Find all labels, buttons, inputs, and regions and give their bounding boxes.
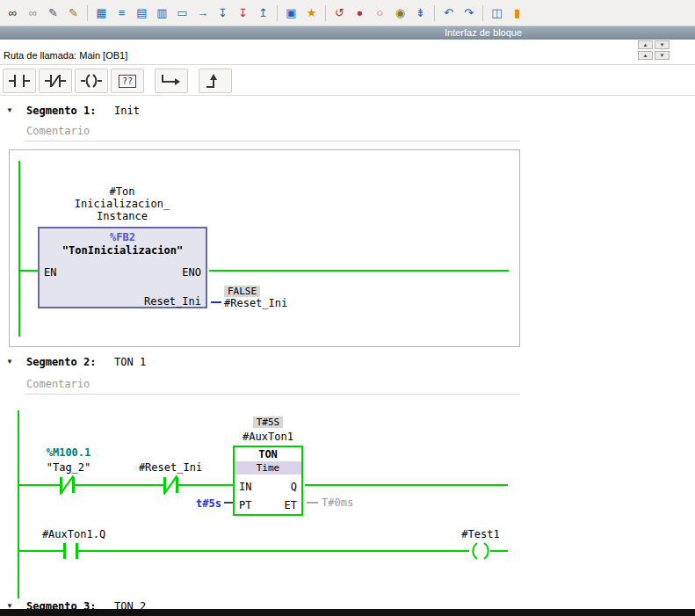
- modify-tag-icon[interactable]: ✎: [44, 4, 62, 22]
- divider: [0, 64, 695, 65]
- pt-input-value[interactable]: t#5s: [190, 497, 221, 510]
- instance-line: #Ton: [34, 185, 210, 198]
- bottom-clip-bar: [0, 609, 695, 616]
- monitoring-off-icon[interactable]: ∞: [24, 4, 42, 22]
- no-contact-icon: [8, 72, 31, 90]
- network-1-comment[interactable]: Comentario: [26, 125, 90, 137]
- collapse-segment-icon[interactable]: ▼: [6, 106, 13, 114]
- network-2-canvas: %M100.1 "Tag_2" #Reset_Ini T#5S #AuxTon1…: [9, 399, 520, 609]
- contact-bar: [63, 543, 66, 559]
- segment-title[interactable]: Init: [114, 105, 140, 117]
- segment-2-header[interactable]: ▼ Segmento 2: TON 1: [0, 355, 695, 373]
- breakpoint-off-icon[interactable]: ○: [371, 4, 389, 22]
- timer-instance-name[interactable]: #AuxTon1: [233, 431, 303, 443]
- pane-scroll-down-button[interactable]: ▼: [655, 51, 670, 60]
- instance-line: Instance: [34, 210, 210, 222]
- snapshot-icon[interactable]: ▦: [92, 4, 111, 22]
- ton-type: Time: [235, 461, 301, 475]
- comment-underline: [25, 394, 520, 395]
- download-icon[interactable]: ↧: [214, 4, 232, 22]
- fb-call-block[interactable]: %FB2 "TonInicializacion" EN ENO Reset_In…: [38, 227, 207, 308]
- clear-breakpoints-icon[interactable]: ↺: [330, 4, 349, 22]
- segment-1-header[interactable]: ▼ Segmento 1: Init: [0, 104, 695, 121]
- download-error-icon[interactable]: ↧: [234, 4, 252, 22]
- reset-pin-wire: [211, 301, 221, 303]
- branch-contact-operand[interactable]: #AuxTon1.Q: [30, 528, 118, 540]
- toolbar-separator: [434, 5, 435, 21]
- call-environment-icon[interactable]: ◉: [391, 4, 409, 22]
- block-interface-title: Interfaz de bloque: [445, 27, 522, 38]
- toolbar-separator: [277, 5, 278, 21]
- block-interface-header[interactable]: Interfaz de bloque: [0, 26, 695, 40]
- segment-label: Segmento 2:: [26, 356, 96, 368]
- know-how-protection-icon[interactable]: ▮: [508, 4, 526, 22]
- pin-in: IN: [239, 481, 251, 493]
- network-1-canvas: #Ton Inicializacion_ Instance %FB2 "TonI…: [9, 149, 520, 347]
- reset-ini-monitor-value: FALSE: [224, 282, 260, 298]
- power-rail: [18, 161, 20, 337]
- call-path-icon[interactable]: ⇟: [411, 4, 430, 22]
- pin-eno: ENO: [182, 266, 201, 279]
- ton-timer-block[interactable]: TON Time IN Q PT ET: [233, 446, 303, 516]
- et-wire: [307, 502, 318, 504]
- next-jump-icon[interactable]: ↷: [460, 4, 478, 22]
- split-editor-icon[interactable]: ◫: [488, 4, 506, 22]
- output-coil[interactable]: [469, 540, 492, 562]
- pane-scroll-up-button[interactable]: ▲: [638, 51, 653, 60]
- force-tag-icon[interactable]: ✎: [64, 4, 83, 22]
- coil-operand[interactable]: #Test1: [437, 528, 525, 540]
- monitor-value-badge: FALSE: [224, 286, 260, 297]
- network-comments-icon[interactable]: ▭: [173, 4, 192, 22]
- monitoring-on-icon[interactable]: ∞: [4, 4, 22, 22]
- program-structure-icon[interactable]: ≡: [112, 4, 131, 22]
- previous-jump-icon[interactable]: ↶: [439, 4, 458, 22]
- wire: [209, 270, 509, 272]
- ton-title: TON: [235, 448, 301, 460]
- collapse-segment-icon[interactable]: ▼: [6, 358, 13, 366]
- wire: [18, 484, 60, 486]
- wire: [490, 550, 508, 552]
- pin-q: Q: [291, 481, 297, 493]
- pt-wire: [224, 502, 233, 504]
- wire: [305, 484, 508, 486]
- overview-icon[interactable]: ▣: [282, 4, 300, 22]
- insert-coil-button[interactable]: [75, 69, 108, 93]
- coil-icon: [80, 72, 103, 90]
- reset-ini-operand[interactable]: #Reset_Ini: [224, 297, 287, 309]
- favorites-icon[interactable]: ★: [302, 4, 321, 22]
- close-branch-button[interactable]: [199, 69, 232, 93]
- open-branch-icon: [160, 72, 183, 90]
- wire: [18, 550, 63, 552]
- power-rail: [18, 410, 19, 598]
- upload-icon[interactable]: ↥: [254, 4, 272, 22]
- pane-splitter-up-button[interactable]: ▲: [638, 40, 653, 49]
- insert-nc-contact-button[interactable]: [39, 69, 72, 93]
- jump-to-icon[interactable]: →: [193, 4, 212, 22]
- fb-number: %FB2: [40, 231, 206, 243]
- toolbar-separator: [482, 5, 483, 21]
- wire: [75, 484, 163, 486]
- expand-networks-icon[interactable]: ▤: [133, 4, 151, 22]
- network-2-comment[interactable]: Comentario: [26, 378, 90, 390]
- lad-program-editor: ∞∞✎✎▦≡▤▥▭→↧↧↥▣★↺●○◉⇟↶↷◫▮ Interfaz de blo…: [0, 0, 695, 616]
- insert-empty-box-button[interactable]: ??: [111, 69, 144, 93]
- contact1-name[interactable]: "Tag_2": [25, 461, 112, 474]
- instance-line: Inicializacion_: [34, 198, 210, 210]
- breakpoint-on-icon[interactable]: ●: [351, 4, 369, 22]
- contact2-operand[interactable]: #Reset_Ini: [127, 461, 214, 474]
- contact1-address[interactable]: %M100.1: [25, 446, 112, 459]
- main-toolbar: ∞∞✎✎▦≡▤▥▭→↧↧↥▣★↺●○◉⇟↶↷◫▮: [0, 0, 695, 26]
- fb-instance-name[interactable]: #Ton Inicializacion_ Instance: [34, 185, 210, 222]
- wire: [78, 550, 469, 552]
- pane-splitter-row-1: ▲ ▼: [638, 40, 670, 49]
- close-branch-icon: [204, 72, 227, 90]
- collapse-networks-icon[interactable]: ▥: [153, 4, 171, 22]
- pin-en: EN: [44, 266, 56, 279]
- open-branch-button[interactable]: [155, 69, 188, 93]
- toolbar-separator: [87, 5, 88, 21]
- divider: [0, 95, 695, 96]
- lad-element-toolbar: ??: [3, 68, 232, 94]
- segment-title[interactable]: TON 1: [114, 356, 146, 368]
- pane-splitter-down-button[interactable]: ▼: [655, 40, 670, 49]
- insert-no-contact-button[interactable]: [3, 69, 36, 93]
